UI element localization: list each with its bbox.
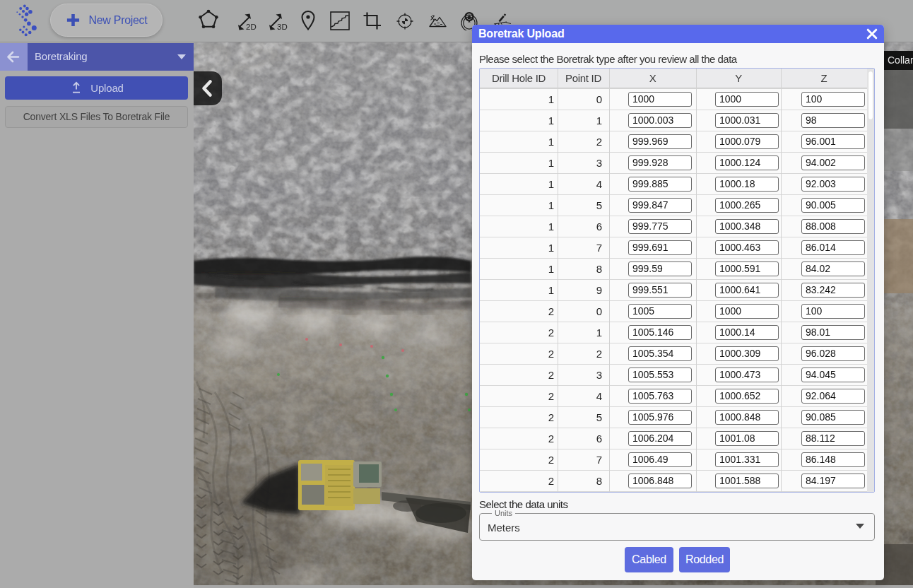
svg-text:2D: 2D — [246, 23, 257, 31]
svg-text:3D: 3D — [277, 23, 288, 31]
